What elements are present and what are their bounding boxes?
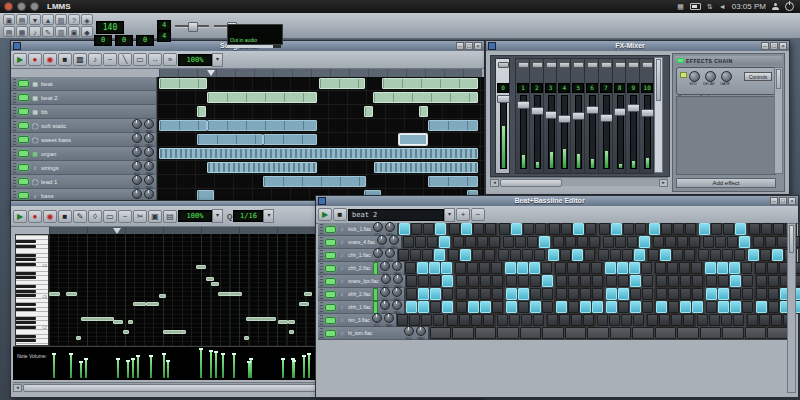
beat-cell[interactable] bbox=[580, 301, 591, 313]
copy-button[interactable]: ▣ bbox=[148, 210, 162, 223]
fx-mixer-minimize-button[interactable]: – bbox=[761, 42, 769, 50]
cut-button[interactable]: ✂ bbox=[133, 210, 147, 223]
beat-cell[interactable] bbox=[735, 223, 746, 235]
volume-knob[interactable] bbox=[132, 119, 142, 129]
beat-cell[interactable] bbox=[691, 262, 702, 274]
beat-cell[interactable] bbox=[530, 275, 541, 287]
scroll-handle[interactable] bbox=[776, 69, 781, 89]
beat-cell[interactable] bbox=[597, 314, 608, 326]
beat-cell[interactable] bbox=[715, 236, 726, 248]
beat-cell[interactable] bbox=[718, 288, 729, 300]
volume-knob[interactable] bbox=[372, 313, 382, 323]
master-volume-slider[interactable] bbox=[175, 22, 209, 30]
beat-cell[interactable] bbox=[534, 249, 545, 261]
beat-cell[interactable] bbox=[479, 262, 490, 274]
beat-cell[interactable] bbox=[403, 236, 414, 248]
channel-mute-button[interactable] bbox=[559, 62, 570, 68]
beat-cell[interactable] bbox=[730, 301, 741, 313]
velocity-bar[interactable] bbox=[233, 355, 235, 378]
controller-rack-button[interactable]: ◈ bbox=[81, 14, 93, 25]
beat-cell[interactable] bbox=[703, 236, 714, 248]
beat-cell[interactable] bbox=[630, 275, 641, 287]
pattern-segment[interactable] bbox=[263, 176, 366, 187]
beat-cell[interactable] bbox=[472, 249, 483, 261]
select-mode-button[interactable]: ▭ bbox=[103, 210, 117, 223]
fx-channel-vscrollbar[interactable] bbox=[654, 57, 663, 173]
beat-cell[interactable] bbox=[517, 262, 528, 274]
keyboard-indicator-icon[interactable]: ▦ bbox=[677, 3, 684, 11]
track-mute-led[interactable] bbox=[18, 150, 29, 157]
effect-controls-button[interactable]: Controls bbox=[744, 72, 772, 81]
beat-cell[interactable] bbox=[561, 223, 572, 235]
beat-cell[interactable] bbox=[661, 223, 672, 235]
end-marker-button[interactable]: » bbox=[163, 53, 177, 66]
fx-channel-strip[interactable]: 5 bbox=[570, 58, 585, 174]
volume-knob[interactable] bbox=[380, 287, 390, 297]
velocity-bar[interactable] bbox=[293, 362, 295, 378]
beat-cell[interactable] bbox=[630, 301, 641, 313]
midi-note[interactable] bbox=[244, 336, 249, 340]
beat-cell[interactable] bbox=[459, 314, 470, 326]
beat-cell[interactable] bbox=[480, 301, 491, 313]
beat-cell[interactable] bbox=[699, 223, 710, 235]
pattern-segment[interactable] bbox=[428, 176, 478, 187]
beat-cell[interactable] bbox=[584, 249, 595, 261]
midi-note[interactable] bbox=[206, 277, 214, 281]
beat-cell[interactable] bbox=[668, 275, 679, 287]
beat-cell[interactable] bbox=[411, 223, 422, 235]
effects-chain-header[interactable]: EFFECTS CHAIN bbox=[675, 56, 782, 65]
beat-cell[interactable] bbox=[567, 262, 578, 274]
beat-cell[interactable] bbox=[549, 223, 560, 235]
beat-cell[interactable] bbox=[568, 288, 579, 300]
track-mute-led[interactable] bbox=[325, 330, 336, 337]
beat-cell[interactable] bbox=[633, 314, 644, 326]
toggle-automation-editor-button[interactable]: ✎ bbox=[42, 26, 54, 37]
beat-cell[interactable] bbox=[598, 249, 609, 261]
beat-cell[interactable] bbox=[442, 275, 453, 287]
beat-editor-close-button[interactable]: × bbox=[788, 197, 796, 205]
beat-cell[interactable] bbox=[509, 314, 520, 326]
beat-cell[interactable] bbox=[722, 327, 744, 339]
velocity-bar[interactable] bbox=[200, 350, 202, 378]
beat-cell[interactable] bbox=[483, 314, 494, 326]
channel-fader[interactable] bbox=[603, 95, 610, 169]
beat-cell[interactable] bbox=[547, 314, 558, 326]
effects-chain-enabled-led[interactable] bbox=[677, 58, 684, 63]
scroll-handle[interactable] bbox=[23, 384, 325, 392]
add-sample-track-button[interactable]: ♪ bbox=[88, 53, 102, 66]
velocity-bar[interactable] bbox=[70, 355, 72, 378]
beat-cell[interactable] bbox=[442, 301, 453, 313]
velocity-bar[interactable] bbox=[308, 355, 310, 378]
beat-cell[interactable] bbox=[491, 262, 502, 274]
beat-cell[interactable] bbox=[430, 288, 441, 300]
beat-cell[interactable] bbox=[641, 262, 652, 274]
track-mute-led[interactable] bbox=[325, 304, 336, 311]
beat-cell[interactable] bbox=[565, 327, 587, 339]
track-mute-led[interactable] bbox=[18, 80, 29, 87]
track-mute-led[interactable] bbox=[18, 178, 29, 185]
beat-cell[interactable] bbox=[605, 262, 616, 274]
beat-cell[interactable] bbox=[747, 314, 758, 326]
volume-knob[interactable] bbox=[373, 248, 383, 258]
beat-cell[interactable] bbox=[506, 288, 517, 300]
effect-enabled-led[interactable] bbox=[680, 72, 687, 78]
beat-cell[interactable] bbox=[610, 249, 621, 261]
midi-note[interactable] bbox=[113, 320, 123, 324]
session-icon[interactable] bbox=[772, 3, 779, 10]
track-mute-led[interactable] bbox=[325, 317, 336, 324]
beat-cell[interactable] bbox=[603, 236, 614, 248]
track-grip-handle[interactable] bbox=[13, 79, 16, 89]
beat-cell[interactable] bbox=[461, 223, 472, 235]
beat-cell[interactable] bbox=[606, 288, 617, 300]
pattern-segment[interactable] bbox=[159, 120, 207, 131]
velocity-bar[interactable] bbox=[222, 355, 224, 378]
window-minimize-icon[interactable] bbox=[17, 2, 26, 11]
track-mute-led[interactable] bbox=[325, 265, 336, 272]
volume-icon[interactable]: ◄ bbox=[719, 3, 726, 10]
beat-cell[interactable] bbox=[665, 236, 676, 248]
beat-cell[interactable] bbox=[541, 262, 552, 274]
pattern-segment[interactable] bbox=[319, 78, 365, 89]
scroll-handle[interactable] bbox=[789, 225, 794, 253]
velocity-bar[interactable] bbox=[85, 360, 87, 378]
pattern-segment[interactable] bbox=[399, 134, 427, 145]
